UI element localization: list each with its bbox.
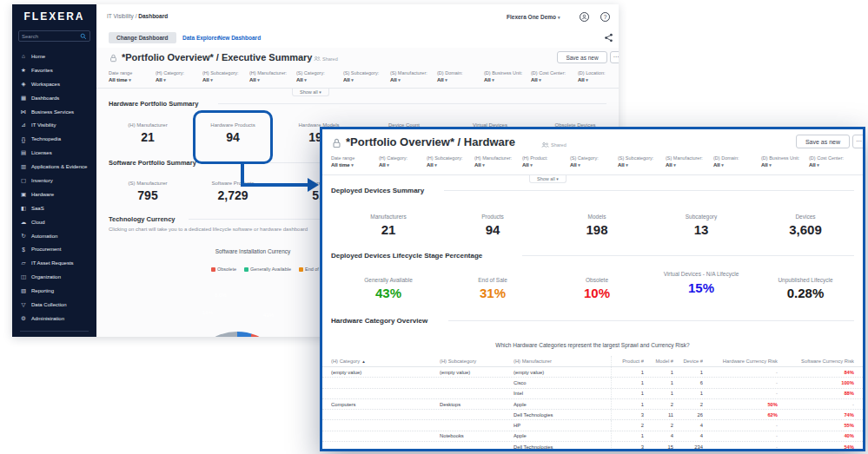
sidebar-item-automation[interactable]: ↻Automation — [12, 229, 96, 243]
table-row[interactable]: Dell Technologies315234-54% — [322, 442, 863, 451]
home-icon: ⌂ — [20, 53, 27, 59]
column-header-subcategory[interactable]: (H) Subcategory — [440, 359, 514, 364]
sidebar-item-cloud[interactable]: ☁Cloud — [12, 215, 96, 229]
screenshot-canvas: FLEXERA ⌂Home ★Favorites ◈Workspaces ▦Da… — [0, 0, 868, 454]
filter-d-business-unit[interactable]: (D) Business Unit:All ▾ — [761, 155, 809, 168]
filter-d-business-unit[interactable]: (D) Business Unit:All ▾ — [484, 70, 531, 82]
sidebar-item-workspaces[interactable]: ◈Workspaces — [12, 77, 96, 91]
table-row[interactable]: Cisco116-100% — [322, 378, 863, 388]
sidebar-item-label: Technopedia — [31, 136, 61, 141]
legend-generally-available[interactable]: Generally Available — [244, 266, 291, 272]
filter-s-category[interactable]: (S) Category:All ▾ — [570, 155, 618, 168]
show-all-button[interactable]: Show all ▾ — [529, 175, 567, 183]
sidebar-item-dashboards[interactable]: ▦Dashboards — [12, 91, 96, 105]
filter-h-category[interactable]: (H) Category:All ▾ — [379, 155, 427, 168]
sidebar-item-business-services[interactable]: ⋈Business Services — [12, 105, 96, 119]
column-header-software-risk[interactable]: Software Currency Risk — [778, 359, 854, 364]
column-header-model[interactable]: Model # — [644, 359, 673, 364]
table-row[interactable]: Intel111-88% — [322, 389, 863, 399]
filter-s-subcategory[interactable]: (S) Subcategory:All ▾ — [343, 70, 390, 82]
filter-h-product[interactable]: (H) Product:All ▾ — [522, 155, 570, 168]
sidebar-item-reporting[interactable]: ▧Reporting — [12, 284, 96, 298]
sidebar-item-home[interactable]: ⌂Home — [12, 49, 96, 63]
filter-s-manufacturer[interactable]: (S) Manufacturer:All ▾ — [666, 155, 713, 168]
legend-obsolete[interactable]: Obsolete — [211, 266, 236, 272]
sidebar-item-applications-evidence[interactable]: ▥Applications & Evidence — [12, 160, 96, 174]
filter-d-cost-center[interactable]: (D) Cost Center:All ▾ — [809, 155, 854, 168]
lifecycle-heading: Deployed Devices Lifecycle Stage Percent… — [331, 252, 482, 260]
shared-label: Shared — [322, 56, 338, 62]
column-header-product[interactable]: Product # — [611, 356, 644, 366]
filter-date-range[interactable]: Date rangeAll time ▾ — [331, 155, 379, 168]
sidebar-item-hardware[interactable]: ▣Hardware — [12, 188, 96, 201]
sidebar-item-inventory[interactable]: ▢Inventory — [12, 174, 96, 188]
filter-s-category[interactable]: (S) Category:All ▾ — [296, 70, 343, 82]
sidebar-item-favorites[interactable]: ★Favorites — [12, 63, 96, 77]
save-as-new-button[interactable]: Save as new — [557, 51, 607, 63]
filter-s-subcategory[interactable]: (S) Subcategory:All ▾ — [618, 155, 666, 168]
filter-h-subcategory[interactable]: (H) Subcategory:All ▾ — [202, 70, 249, 82]
filter-h-category[interactable]: (H) Category:All ▾ — [156, 70, 202, 82]
column-header-hardware-risk[interactable]: Hardware Currency Risk — [703, 359, 778, 364]
filter-h-subcategory[interactable]: (H) Subcategory:All ▾ — [427, 155, 474, 168]
sidebar-item-label: Administration — [31, 316, 64, 321]
data-collection-icon: ▽ — [20, 301, 27, 308]
filter-h-manufacturer[interactable]: (H) Manufacturer:All ▾ — [249, 70, 296, 82]
account-menu[interactable]: Flexera One Demo ▾ — [507, 14, 560, 20]
new-dashboard-link[interactable]: New Dashboard — [218, 35, 261, 41]
software-installation-currency-pie[interactable] — [188, 332, 287, 337]
more-options-button[interactable]: ⋯ — [852, 135, 865, 148]
technology-currency-description: Clicking on chart will take you to a ded… — [109, 227, 308, 232]
filter-date-range[interactable]: Date rangeAll time ▾ — [109, 70, 156, 82]
table-row[interactable]: Dell Technologies3112662%74% — [322, 410, 863, 420]
annotation-arrowhead-icon — [308, 178, 319, 192]
data-explorer-link[interactable]: Data Explorer — [182, 35, 219, 41]
sidebar-item-label: Cloud — [31, 220, 45, 225]
help-icon[interactable]: ? — [600, 12, 610, 22]
table-row[interactable]: ComputersDesktopsApple12250%- — [322, 399, 863, 410]
sidebar-item-licenses[interactable]: ▤Licenses — [12, 146, 96, 160]
filter-s-manufacturer[interactable]: (S) Manufacturer:All ▾ — [390, 70, 437, 82]
dashboard-tabbar: Change Dashboard Data Explorer New Dashb… — [96, 29, 619, 48]
user-icon[interactable] — [580, 12, 589, 22]
dashboard-title: *Portfolio Overview* / Executive Summary — [122, 52, 312, 63]
sidebar-item-it-asset-requests[interactable]: ▱IT Asset Requests — [12, 256, 96, 270]
sidebar-item-organization[interactable]: ◫Organization — [12, 270, 96, 284]
filter-d-location[interactable]: (D) Location:All ▾ — [578, 70, 618, 82]
table-row[interactable]: HP224-55% — [322, 420, 863, 431]
column-header-manufacturer[interactable]: (H) Manufacturer — [514, 359, 611, 364]
sidebar-item-label: Inventory — [31, 178, 53, 183]
section-rule — [522, 255, 854, 256]
metric-end-of-sale: End of Sale31% — [478, 277, 507, 300]
share-icon[interactable] — [604, 33, 613, 43]
more-options-button[interactable]: ⋯ — [610, 51, 619, 63]
column-header-category[interactable]: (H) Category▲ — [331, 359, 440, 364]
metric-subcategory: Subcategory13 — [686, 214, 718, 237]
sidebar-item-administration[interactable]: ⚙Administration — [12, 312, 96, 326]
sidebar-item-procurement[interactable]: $Procurement — [12, 242, 96, 256]
sidebar-nav: ⌂Home ★Favorites ◈Workspaces ▦Dashboards… — [12, 49, 96, 326]
filter-d-domain[interactable]: (D) Domain:All ▾ — [437, 70, 484, 82]
search-box[interactable] — [18, 30, 90, 42]
filter-d-domain[interactable]: (D) Domain:All ▾ — [713, 155, 761, 168]
metric-models: Models198 — [586, 214, 607, 237]
sidebar-item-it-visibility[interactable]: ⊿IT Visibility — [12, 118, 96, 132]
legend-swatch — [244, 267, 248, 272]
table-row[interactable]: NotebooksApple144-40% — [322, 431, 863, 442]
change-dashboard-button[interactable]: Change Dashboard — [109, 32, 176, 43]
sidebar-item-label: Automation — [31, 234, 57, 239]
filter-bar: Date rangeAll time ▾ (H) Category:All ▾ … — [109, 70, 618, 82]
lock-icon — [332, 138, 341, 148]
sidebar-item-saas[interactable]: ◧SaaS — [12, 201, 96, 215]
sidebar-item-technopedia[interactable]: {}Technopedia — [12, 132, 96, 146]
show-all-button[interactable]: Show all ▾ — [292, 89, 329, 96]
filter-d-cost-center[interactable]: (D) Cost Center:All ▾ — [531, 70, 578, 82]
breadcrumb-section[interactable]: IT Visibility / — [107, 13, 136, 19]
save-as-new-button[interactable]: Save as new — [796, 135, 850, 148]
annotation-highlight-box — [193, 110, 273, 164]
filter-h-manufacturer[interactable]: (H) Manufacturer:All ▾ — [474, 155, 522, 168]
search-input[interactable] — [22, 34, 80, 39]
column-header-device[interactable]: Device # — [673, 359, 703, 364]
table-row[interactable]: (empty value)(empty value)(empty value)1… — [322, 367, 863, 378]
sidebar-item-data-collection[interactable]: ▽Data Collection — [12, 298, 96, 312]
